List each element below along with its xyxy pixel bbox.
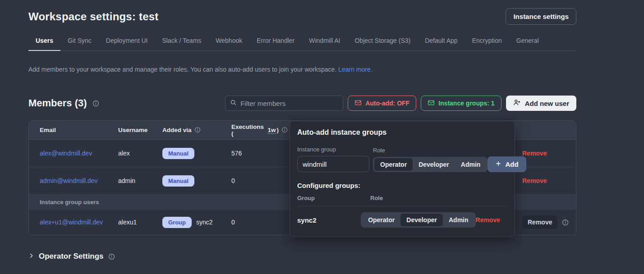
members-info-icon[interactable] [92, 100, 99, 107]
member-executions: 0 [226, 219, 294, 226]
members-description: Add members to your workspace and manage… [28, 66, 576, 73]
page-header: Workspace settings: test Instance settin… [28, 0, 576, 25]
role-option-developer[interactable]: Developer [413, 158, 455, 171]
configured-group-name: sync2 [297, 216, 361, 224]
role-option-operator[interactable]: Operator [362, 214, 400, 226]
col-header-email: Email [29, 127, 113, 133]
role-option-operator[interactable]: Operator [374, 158, 413, 171]
remove-member-button-disabled[interactable]: Remove [522, 215, 557, 229]
page-title: Workspace settings: test [28, 10, 158, 23]
remove-group-button[interactable]: Remove [476, 216, 500, 224]
mail-icon [428, 99, 435, 108]
remove-info-icon[interactable] [562, 219, 569, 226]
member-email-link[interactable]: alex+u1@windmill.dev [40, 219, 103, 226]
added-via-badge: Group [162, 217, 192, 228]
executions-info-icon[interactable] [281, 127, 288, 133]
filter-members-input[interactable] [240, 100, 338, 107]
operator-settings-info-icon[interactable] [108, 253, 115, 260]
plus-icon [495, 160, 501, 168]
description-text: Add members to your workspace and manage… [28, 66, 336, 73]
member-username: alexu1 [113, 219, 157, 226]
configured-groups-columns: Group Role [297, 195, 507, 201]
user-plus-icon [513, 99, 521, 108]
tab-users[interactable]: Users [28, 37, 60, 51]
member-executions: 0 [226, 177, 294, 184]
group-column-header: Group [297, 195, 370, 201]
tab-default-app[interactable]: Default App [418, 37, 465, 51]
instance-settings-button[interactable]: Instance settings [506, 8, 576, 25]
add-group-button[interactable]: Add [488, 156, 526, 172]
tab-general[interactable]: General [509, 37, 546, 51]
mail-icon [354, 99, 362, 108]
member-email-link[interactable]: alex@windmill.dev [40, 150, 92, 157]
col-header-executions: Executions (1w) [226, 123, 294, 137]
remove-member-button[interactable]: Remove [522, 150, 547, 157]
col-header-added-via: Added via [157, 127, 226, 133]
search-icon [230, 99, 237, 108]
instance-group-input[interactable] [297, 156, 369, 172]
role-option-developer[interactable]: Developer [400, 214, 443, 226]
add-new-user-button[interactable]: Add new user [506, 96, 576, 111]
tab-windmill-ai[interactable]: Windmill AI [302, 37, 347, 51]
auto-add-instance-groups-popup: Auto-add instance groups Instance group … [290, 121, 515, 237]
popup-add-form: Instance group Role Operator Developer A… [297, 146, 507, 172]
operator-settings-toggle[interactable]: Operator Settings [28, 252, 576, 261]
divider [297, 206, 507, 206]
auto-add-toggle-button[interactable]: Auto-add: OFF [348, 96, 416, 111]
operator-settings-label: Operator Settings [39, 252, 104, 261]
popup-title: Auto-add instance groups [297, 128, 507, 137]
member-username: alex [113, 150, 157, 157]
configured-groups-heading: Configured groups: [297, 182, 507, 189]
instance-groups-button[interactable]: Instance groups: 1 [421, 96, 501, 111]
role-column-header: Role [370, 195, 383, 201]
role-segmented-control: Operator Developer Admin [373, 157, 488, 172]
filter-members-search[interactable] [225, 96, 343, 111]
members-toolbar: Members (3) Auto-add: OFF [28, 96, 576, 111]
tab-encryption[interactable]: Encryption [465, 37, 509, 51]
tab-webhook[interactable]: Webhook [208, 37, 249, 51]
role-option-admin[interactable]: Admin [455, 158, 487, 171]
members-heading: Members (3) [28, 97, 87, 109]
tab-error-handler[interactable]: Error Handler [249, 37, 302, 51]
settings-tab-bar: Users Git Sync Deployment UI Slack / Tea… [28, 37, 576, 51]
chevron-right-icon [28, 252, 34, 260]
tab-deployment-ui[interactable]: Deployment UI [99, 37, 155, 51]
member-executions: 576 [226, 150, 294, 157]
tab-git-sync[interactable]: Git Sync [60, 37, 99, 51]
added-via-badge: Manual [162, 175, 194, 187]
tab-object-storage[interactable]: Object Storage (S3) [347, 37, 418, 51]
role-label: Role [373, 147, 488, 154]
added-via-info-icon[interactable] [194, 127, 201, 133]
added-via-badge: Manual [162, 148, 194, 159]
col-header-username: Username [113, 127, 157, 133]
tab-slack-teams[interactable]: Slack / Teams [155, 37, 208, 51]
member-username: admin [113, 177, 157, 184]
group-name: sync2 [196, 219, 213, 226]
configured-group-row: sync2 Operator Developer Admin Remove [297, 212, 507, 228]
instance-group-label: Instance group [297, 146, 369, 153]
learn-more-link[interactable]: Learn more. [338, 66, 372, 73]
role-option-admin[interactable]: Admin [443, 214, 474, 226]
role-segmented-control: Operator Developer Admin [361, 212, 475, 228]
member-email-link[interactable]: admin@windmill.dev [40, 177, 98, 184]
remove-member-button[interactable]: Remove [522, 177, 547, 184]
